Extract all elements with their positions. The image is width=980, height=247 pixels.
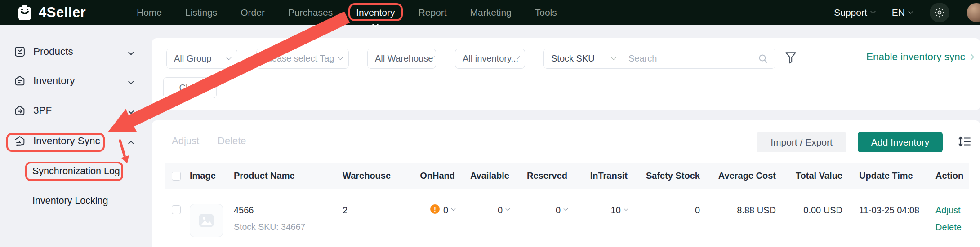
- search-box: [622, 49, 775, 68]
- row-delete-link[interactable]: Delete: [935, 222, 969, 233]
- warning-badge-icon: !: [430, 204, 440, 214]
- inventory-table-panel: Adjust Delete Import / Export Add Invent…: [152, 120, 980, 247]
- filter-funnel-button[interactable]: [784, 51, 797, 65]
- sidebar-item-3pf[interactable]: 3PF: [13, 104, 52, 117]
- inventory-filter-dropdown[interactable]: All inventory...: [455, 49, 525, 69]
- sidebar-item-label: Products: [33, 46, 73, 57]
- image-icon: [199, 214, 214, 227]
- chevron-down-icon: [226, 55, 231, 60]
- bulk-adjust-button[interactable]: Adjust: [172, 135, 199, 147]
- brand-logo[interactable]: 4Seller: [16, 0, 86, 25]
- column-settings-icon: [958, 134, 972, 149]
- products-icon: [13, 45, 26, 58]
- chevron-down-icon: [338, 55, 343, 60]
- tag-filter-dropdown[interactable]: Please select Tag: [256, 49, 349, 69]
- group-filter-value: All Group: [174, 53, 211, 64]
- product-image-placeholder: [190, 204, 223, 237]
- col-header-warehouse: Warehouse: [343, 171, 396, 181]
- search-group: Stock SKU: [543, 49, 775, 69]
- support-menu[interactable]: Support: [834, 7, 875, 18]
- col-header-image: Image: [190, 171, 234, 181]
- sidebar-item-label: Inventory: [33, 75, 75, 87]
- sidebar-subitem-inventory-locking[interactable]: Inventory Locking: [32, 195, 108, 207]
- language-menu[interactable]: EN: [892, 7, 913, 18]
- table-header-row: Image Product Name Warehouse OnHand Avai…: [165, 163, 969, 189]
- search-input[interactable]: [628, 53, 753, 64]
- bulk-delete-button[interactable]: Delete: [218, 135, 246, 147]
- intransit-value: 10: [611, 204, 621, 216]
- nav-item-order[interactable]: Order: [241, 7, 265, 18]
- reserved-editable-value[interactable]: 0: [556, 204, 567, 216]
- col-header-action: Action: [935, 171, 969, 181]
- nav-item-tools[interactable]: Tools: [535, 7, 557, 18]
- nav-item-marketing[interactable]: Marketing: [470, 7, 512, 18]
- warehouse-filter-value: All Warehouse: [375, 53, 433, 64]
- col-header-intransit: InTransit: [567, 171, 628, 181]
- nav-item-inventory[interactable]: Inventory: [356, 7, 395, 18]
- support-label: Support: [834, 7, 867, 18]
- language-label: EN: [892, 7, 905, 18]
- onhand-value: 0: [443, 204, 448, 216]
- onhand-editable-value[interactable]: ! 0: [430, 204, 455, 216]
- col-header-reserved: Reserved: [509, 171, 567, 181]
- tag-filter-placeholder: Please select Tag: [264, 53, 334, 64]
- top-navbar: 4Seller Home Listings Order Purchases In…: [0, 0, 980, 25]
- product-name: 4566: [234, 204, 343, 216]
- inventory-icon: [13, 75, 26, 87]
- sidebar-item-label: Inventory Sync: [33, 135, 100, 147]
- chevron-down-icon: [372, 21, 379, 27]
- sidebar-item-inventory-sync[interactable]: Inventory Sync: [13, 135, 100, 147]
- main-nav: Home Listings Order Purchases Inventory …: [137, 0, 557, 25]
- small-red-arrow: [120, 141, 129, 163]
- update-time-value: 11-03-25 04:08: [859, 204, 919, 216]
- sidebar-item-products[interactable]: Products: [13, 45, 73, 58]
- gear-icon: [934, 7, 945, 18]
- search-type-dropdown[interactable]: Stock SKU: [544, 49, 622, 68]
- reserved-value: 0: [556, 204, 561, 216]
- sidebar-subitem-synchronization-log[interactable]: Synchronization Log: [32, 166, 120, 177]
- inventory-filter-value: All inventory...: [463, 53, 518, 64]
- product-stock-sku: Stock SKU: 34667: [234, 222, 343, 232]
- filter-panel: All Group Please select Tag All Warehous…: [152, 38, 980, 110]
- enable-inventory-sync-link[interactable]: Enable inventory sync: [866, 51, 973, 63]
- col-header-product-name: Product Name: [234, 171, 343, 181]
- nav-item-purchases[interactable]: Purchases: [288, 7, 333, 18]
- chevron-down-icon: [128, 108, 134, 114]
- user-avatar[interactable]: [967, 3, 980, 22]
- col-header-onhand: OnHand: [396, 171, 455, 181]
- safety-stock-value: 0: [695, 204, 700, 216]
- warehouse-filter-dropdown[interactable]: All Warehouse: [367, 49, 436, 69]
- chevron-right-icon: [969, 54, 974, 59]
- add-inventory-button[interactable]: Add Inventory: [858, 132, 943, 152]
- import-export-button[interactable]: Import / Export: [757, 132, 846, 152]
- sidebar-item-inventory[interactable]: Inventory: [13, 75, 75, 87]
- available-editable-value[interactable]: 0: [498, 204, 509, 216]
- chevron-down-icon: [870, 9, 875, 13]
- col-header-total-value: Total Value: [776, 171, 842, 181]
- row-checkbox[interactable]: [172, 205, 181, 214]
- nav-item-report[interactable]: Report: [419, 7, 447, 18]
- navbar-right: Support EN: [834, 0, 980, 25]
- chevron-down-icon: [128, 49, 134, 55]
- sidebar-item-label: 3PF: [33, 105, 52, 116]
- group-filter-dropdown[interactable]: All Group: [166, 49, 237, 69]
- nav-item-inventory-label: Inventory: [356, 7, 395, 18]
- col-header-available: Available: [455, 171, 509, 181]
- average-cost-value: 8.88 USD: [737, 204, 776, 216]
- clear-button[interactable]: Clear: [163, 77, 217, 98]
- select-all-checkbox[interactable]: [172, 172, 181, 181]
- column-settings-button[interactable]: [958, 134, 972, 149]
- nav-item-home[interactable]: Home: [137, 7, 162, 18]
- settings-button[interactable]: [930, 3, 949, 22]
- chevron-down-icon: [611, 55, 616, 60]
- col-header-update-time: Update Time: [842, 171, 935, 181]
- intransit-editable-value[interactable]: 10: [611, 204, 628, 216]
- chevron-down-icon: [908, 9, 913, 13]
- search-type-value: Stock SKU: [551, 53, 595, 64]
- row-adjust-link[interactable]: Adjust: [935, 205, 969, 216]
- nav-item-listings[interactable]: Listings: [185, 7, 217, 18]
- col-header-safety-stock: Safety Stock: [628, 171, 700, 181]
- inventory-sync-icon: [13, 135, 26, 147]
- col-header-average-cost: Average Cost: [700, 171, 776, 181]
- chevron-up-icon: [128, 141, 134, 146]
